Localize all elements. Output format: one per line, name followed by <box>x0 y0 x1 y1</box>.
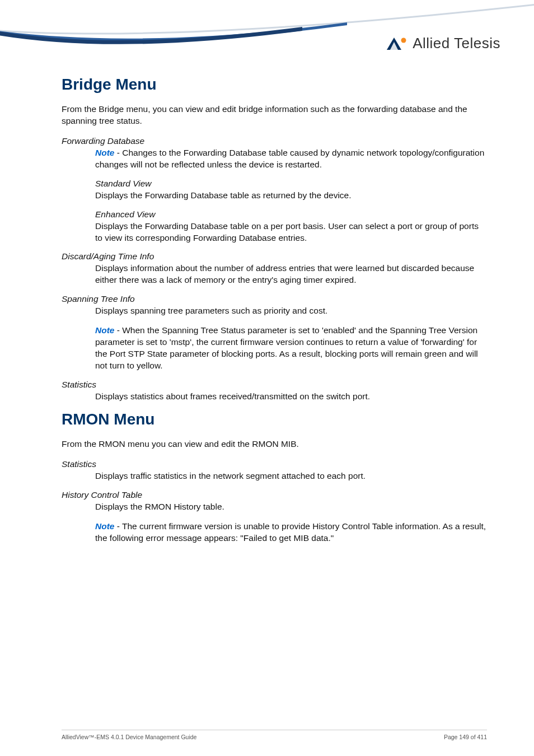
note-label: Note <box>95 521 114 531</box>
spanning-tree-note-body: - When the Spanning Tree Status paramete… <box>95 325 478 370</box>
rmon-statistics-body: Displays traffic statistics in the netwo… <box>95 470 487 482</box>
history-control-note: Note - The current firmware version is u… <box>95 521 487 544</box>
bridge-menu-heading: Bridge Menu <box>62 76 487 94</box>
bridge-statistics-label: Statistics <box>62 380 487 390</box>
standard-view-body: Displays the Forwarding Database table a… <box>95 190 487 202</box>
page-content: Bridge Menu From the Bridge menu, you ca… <box>62 76 487 552</box>
brand-logo: Allied Telesis <box>387 35 500 52</box>
rmon-statistics-label: Statistics <box>62 459 487 469</box>
forwarding-database-note: Note - Changes to the Forwarding Databas… <box>95 147 487 171</box>
forwarding-database-label: Forwarding Database <box>62 136 487 146</box>
note-label: Note <box>95 148 114 157</box>
enhanced-view-body: Displays the Forwarding Database table o… <box>95 221 487 244</box>
svg-point-3 <box>401 38 406 43</box>
bridge-statistics-body: Displays statistics about frames receive… <box>95 391 487 403</box>
history-control-body: Displays the RMON History table. <box>95 501 487 513</box>
allied-telesis-mark-icon <box>387 36 408 51</box>
spanning-tree-body: Displays spanning tree parameters such a… <box>95 305 487 317</box>
header-swoosh-graphic <box>0 0 534 67</box>
enhanced-view-label: Enhanced View <box>95 209 487 220</box>
history-control-label: History Control Table <box>62 490 487 500</box>
forwarding-database-note-body: - Changes to the Forwarding Database tab… <box>95 148 484 169</box>
rmon-menu-heading: RMON Menu <box>62 410 487 428</box>
footer-doc-title: AlliedView™-EMS 4.0.1 Device Management … <box>62 734 196 740</box>
standard-view-label: Standard View <box>95 179 487 189</box>
spanning-tree-note: Note - When the Spanning Tree Status par… <box>95 325 487 372</box>
footer-page-number: Page 149 of 411 <box>444 734 487 740</box>
page-footer: AlliedView™-EMS 4.0.1 Device Management … <box>62 730 487 740</box>
brand-name: Allied Telesis <box>413 35 500 52</box>
note-label: Note <box>95 325 114 335</box>
discard-aging-body: Displays information about the number of… <box>95 263 487 286</box>
history-control-note-body: - The current firmware version is unable… <box>95 521 486 543</box>
bridge-intro: From the Bridge menu, you can view and e… <box>62 104 487 127</box>
spanning-tree-label: Spanning Tree Info <box>62 294 487 304</box>
discard-aging-label: Discard/Aging Time Info <box>62 251 487 262</box>
rmon-intro: From the RMON menu you can view and edit… <box>62 438 487 450</box>
